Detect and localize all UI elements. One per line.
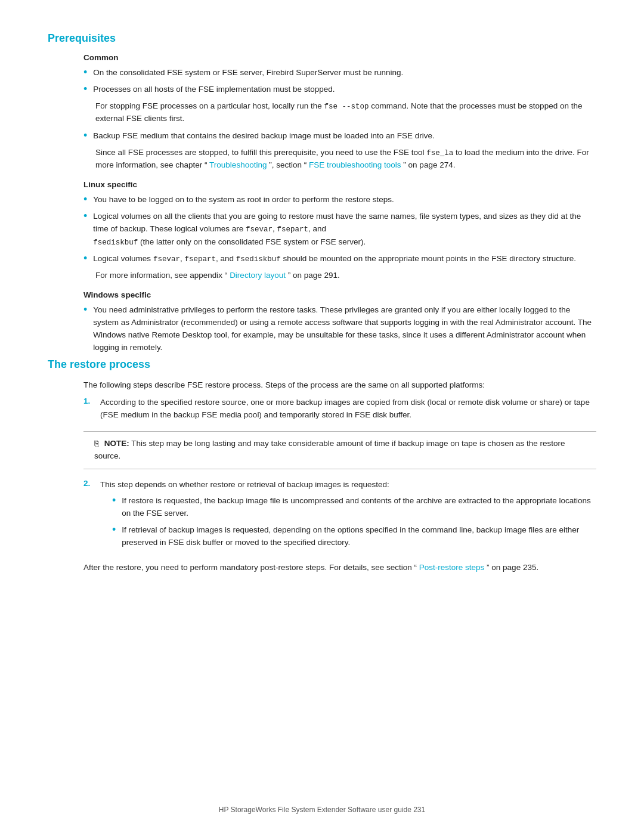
restore-intro: The following steps describe FSE restore… xyxy=(83,379,596,392)
linux-bullet-3: Logical volumes fsevar, fsepart, and fse… xyxy=(93,253,596,265)
bullet-icon: • xyxy=(83,210,87,223)
since-text-3: ”, section “ xyxy=(269,160,306,169)
fsepart-code2: fsepart xyxy=(184,255,216,264)
footer-text: HP StorageWorks File System Extender Sof… xyxy=(219,806,425,814)
fsepart-code: fsepart xyxy=(277,225,309,234)
list-item: • If retrieval of backup images is reque… xyxy=(112,524,596,549)
post-restore-steps-link[interactable]: Post-restore steps xyxy=(419,563,485,572)
fsevar-code2: fsevar xyxy=(153,255,180,264)
linux-bullet-2: Logical volumes on all the clients that … xyxy=(93,210,596,249)
list-item: • You need administrative privileges to … xyxy=(83,304,596,354)
step2-subbullets: • If restore is requested, the backup im… xyxy=(100,495,596,549)
page-content: Prerequisites Common • On the consolidat… xyxy=(0,0,644,627)
common-heading: Common xyxy=(83,53,596,62)
step2-bullet-1: If restore is requested, the backup imag… xyxy=(122,495,596,520)
bullet-icon: • xyxy=(83,252,87,265)
since-para: Since all FSE processes are stopped, to … xyxy=(95,147,596,172)
step-number-2: 2. xyxy=(83,479,94,488)
windows-bullet-list: • You need administrative privileges to … xyxy=(48,304,596,354)
fsediskbuf-code: fsediskbuf xyxy=(93,239,138,247)
footer: HP StorageWorks File System Extender Sof… xyxy=(0,806,644,814)
for-more-text-1: For more information, see appendix “ xyxy=(95,271,227,280)
fse-troubleshooting-tools-link[interactable]: FSE troubleshooting tools xyxy=(309,160,401,169)
backup-bullet: Backup FSE medium that contains the desi… xyxy=(93,130,596,143)
for-more-text-2: ” on page 291. xyxy=(288,271,340,280)
after-restore-para: After the restore, you need to perform m… xyxy=(83,562,596,574)
since-text-1: Since all FSE processes are stopped, to … xyxy=(95,148,425,157)
bullet-icon: • xyxy=(83,129,87,143)
bullet-icon: • xyxy=(112,494,116,507)
note-text: This step may be long lasting and may ta… xyxy=(94,439,565,460)
list-item: • If restore is requested, the backup im… xyxy=(112,495,596,520)
stopping-text-1: For stopping FSE processes on a particul… xyxy=(95,101,322,110)
list-item: • Backup FSE medium that contains the de… xyxy=(83,130,596,143)
since-text-4: ” on page 274. xyxy=(403,160,455,169)
backup-bullet-list: • Backup FSE medium that contains the de… xyxy=(48,130,596,143)
linux-bullet-1: You have to be logged on to the system a… xyxy=(93,194,596,206)
bullet-icon: • xyxy=(112,524,116,537)
directory-layout-link[interactable]: Directory layout xyxy=(230,271,286,280)
bullet-icon: • xyxy=(83,83,87,96)
bullet-icon: • xyxy=(83,66,87,79)
note-label: NOTE: xyxy=(104,439,129,448)
step-number-1: 1. xyxy=(83,397,94,405)
list-item: • Logical volumes on all the clients tha… xyxy=(83,210,596,249)
since-code: fse_la xyxy=(426,149,453,157)
restore-process-heading: The restore process xyxy=(48,358,596,371)
step2-bullet-2: If retrieval of backup images is request… xyxy=(122,524,596,549)
list-item: • Logical volumes fsevar, fsepart, and f… xyxy=(83,253,596,265)
restore-steps-list-2: 2. This step depends on whether restore … xyxy=(83,479,596,554)
note-icon: ⎘ xyxy=(94,438,99,450)
prerequisites-heading: Prerequisites xyxy=(48,32,596,45)
fsediskbuf-code2: fsediskbuf xyxy=(236,255,281,264)
after-restore-text-1: After the restore, you need to perform m… xyxy=(83,563,417,572)
list-item: • On the consolidated FSE system or FSE … xyxy=(83,67,596,79)
stopping-para: For stopping FSE processes on a particul… xyxy=(95,100,596,125)
list-item: 2. This step depends on whether restore … xyxy=(83,479,596,554)
stopping-code: fse --stop xyxy=(324,103,369,111)
linux-bullet-3-end: should be mounted on the appropriate mou… xyxy=(283,254,577,263)
after-restore-text-2: ” on page 235. xyxy=(487,563,538,572)
step-1-text: According to the specified restore sourc… xyxy=(100,397,596,422)
for-more-para: For more information, see appendix “ Dir… xyxy=(95,270,596,282)
troubleshooting-link[interactable]: Troubleshooting xyxy=(209,160,267,169)
common-bullet-2: Processes on all hosts of the FSE implem… xyxy=(93,83,596,96)
common-bullet-list: • On the consolidated FSE system or FSE … xyxy=(48,67,596,96)
bullet-icon: • xyxy=(83,304,87,317)
list-item: • Processes on all hosts of the FSE impl… xyxy=(83,83,596,96)
note-box: ⎘ NOTE: This step may be long lasting an… xyxy=(83,431,596,469)
windows-bullet: You need administrative privileges to pe… xyxy=(93,304,596,354)
fsevar-code: fsevar xyxy=(246,225,273,234)
restore-steps-list: 1. According to the specified restore so… xyxy=(83,397,596,422)
linux-heading: Linux specific xyxy=(83,180,596,189)
common-bullet-1: On the consolidated FSE system or FSE se… xyxy=(93,67,596,79)
list-item: 1. According to the specified restore so… xyxy=(83,397,596,422)
list-item: • You have to be logged on to the system… xyxy=(83,194,596,206)
bullet-icon: • xyxy=(83,193,87,206)
linux-bullet-2-end: (the latter only on the consolidated FSE… xyxy=(140,237,366,246)
linux-bullet-list: • You have to be logged on to the system… xyxy=(48,194,596,265)
step-2-text: This step depends on whether restore or … xyxy=(100,479,596,554)
windows-heading: Windows specific xyxy=(83,290,596,299)
